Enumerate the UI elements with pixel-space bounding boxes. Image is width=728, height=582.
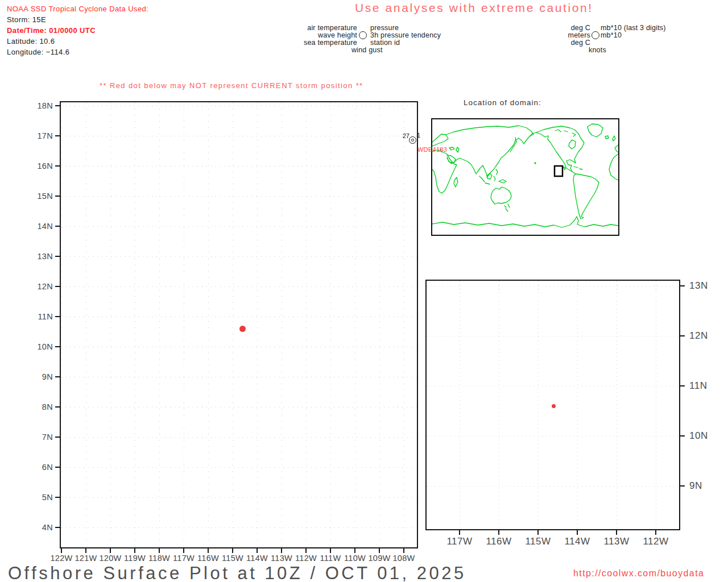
station-right-value: 1 [417,132,420,139]
y-tick-label: 16N [24,161,53,171]
x-tick [655,530,656,535]
y-tick [680,485,685,487]
gridline-vertical [404,102,404,547]
gridline-horizontal [61,196,417,197]
y-tick-label: 15N [24,192,53,201]
gridline-vertical [379,102,380,547]
station-circle-icon [359,31,367,39]
x-tick [232,548,233,553]
x-tick-label: 121W [75,554,97,563]
gridline-vertical [355,102,355,547]
y-tick-label: 5N [24,493,53,502]
x-tick-label: 109W [368,554,390,563]
gridline-horizontal [427,336,679,336]
y-tick [680,435,685,436]
main-plot-area: 271WDE4183 [60,101,418,548]
x-tick [110,548,111,553]
x-tick-label: 122W [50,554,72,563]
gridline-horizontal [61,497,417,498]
y-tick-label: 10N [24,342,53,351]
x-tick-label: 112W [643,537,668,547]
gridline-vertical [656,281,656,529]
y-tick [55,226,60,227]
x-tick-label: 117W [446,537,472,547]
gridline-horizontal [427,386,679,386]
legend-variables: air temperature pressure wave height 3h … [296,24,455,54]
station-air-temperature: 27 [403,132,410,139]
x-tick [281,548,282,553]
y-tick-label: 17N [24,131,53,140]
y-tick [55,406,60,408]
gridline-horizontal [427,486,679,487]
gridline-horizontal [61,286,417,287]
x-tick [577,530,578,535]
y-tick [680,335,685,336]
y-tick-label: 6N [24,463,53,472]
gridline-vertical [330,102,331,547]
gridline-vertical [110,102,111,547]
x-tick [257,548,258,553]
caution-headline: Use analyses with extreme caution! [355,1,593,15]
y-tick-label: 9N [24,372,53,381]
gridline-vertical [86,102,86,547]
x-tick-label: 111W [320,554,341,563]
y-tick [55,135,60,136]
gridline-vertical [460,281,460,529]
y-tick [55,376,60,377]
gridline-horizontal [61,256,417,257]
plot-title: Offshore Surface Plot at 10Z / OCT 01, 2… [8,563,466,582]
storm-position-dot [552,404,556,408]
x-tick [61,548,62,553]
x-tick-label: 113W [603,537,629,547]
y-tick-label: 4N [24,523,53,532]
x-tick [208,548,209,553]
y-tick [55,165,60,167]
x-tick [537,530,539,535]
gridline-vertical [159,102,160,547]
x-tick [183,548,184,553]
y-tick [55,316,60,317]
x-tick-label: 119W [124,554,146,563]
y-tick [680,385,685,386]
gridline-horizontal [61,437,417,438]
y-tick-label: 13N [24,252,53,261]
gridline-vertical [617,281,617,529]
x-tick-label: 114W [564,537,590,547]
x-tick [498,530,499,535]
legend-sea-temperature: sea temperature [296,39,357,47]
x-tick [403,548,404,553]
y-tick [55,497,60,498]
y-tick [680,285,685,286]
y-tick [55,105,60,106]
x-tick [459,530,460,535]
domain-rectangle [555,166,562,176]
y-tick-label: 9N [689,481,702,491]
y-tick [55,286,60,287]
x-tick [616,530,617,535]
latitude-line: Latitude: 10.6 [7,36,148,47]
gridline-horizontal [61,136,417,136]
world-map-svg [432,119,618,235]
gridline-vertical [577,281,578,529]
gridline-vertical [208,102,209,547]
x-tick-label: 118W [148,554,170,563]
gridline-horizontal [61,407,417,408]
y-tick-label: 14N [24,222,53,231]
x-tick-label: 110W [344,554,366,563]
coastlines [432,124,618,227]
y-tick [55,467,60,468]
gridline-horizontal [61,467,417,468]
x-tick-label: 117W [173,554,195,563]
longitude-line: Longitude: −114.6 [7,47,148,57]
world-map [431,118,619,236]
x-tick [330,548,331,553]
storm-position-dot [239,326,246,332]
gridline-horizontal [61,226,417,227]
x-tick [85,548,86,553]
x-tick [305,548,307,553]
y-tick [55,346,60,347]
gridline-horizontal [427,286,679,286]
gridline-vertical [184,102,184,547]
gridline-horizontal [61,347,417,347]
domain-map-title: Location of domain: [464,98,541,107]
